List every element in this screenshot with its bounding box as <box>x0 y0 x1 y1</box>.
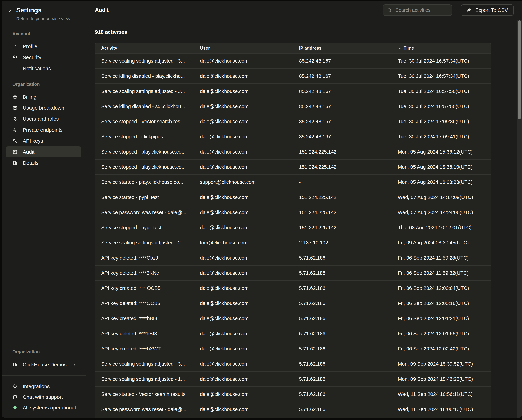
search-box <box>383 4 452 16</box>
ip-cell: 151.224.225.142 <box>293 149 392 155</box>
sidebar-nav: AccountProfileSecurityNotificationsOrgan… <box>2 31 86 169</box>
puzzle-icon <box>12 384 17 389</box>
column-header-time-label: Time <box>404 46 414 51</box>
table-row: Service scaling settings adjusted - 2...… <box>95 235 491 250</box>
scrollbar-thumb[interactable] <box>518 21 521 119</box>
column-header-user[interactable]: User <box>194 46 293 51</box>
back-button[interactable] <box>8 9 13 14</box>
time-cell: Fri, 09 Aug 2024 08:30:45(UTC) <box>392 240 491 246</box>
return-to-service-link[interactable]: Return to your service view <box>16 16 70 22</box>
table-row: Service password was reset - dale@...dal… <box>95 205 491 220</box>
time-cell: Tue, 30 Jul 2024 17:09:41(UTC) <box>392 134 491 140</box>
sidebar-item-details[interactable]: Details <box>6 157 81 169</box>
status-label: All systems operational <box>23 405 76 411</box>
sidebar-item-security[interactable]: Security <box>6 52 81 63</box>
ip-cell: 85.242.48.167 <box>293 88 392 94</box>
time-cell: Mon, 05 Aug 2024 15:36:12(UTC) <box>392 149 491 155</box>
table-row: API key deleted: ****2KNcdale@clickhouse… <box>95 265 491 280</box>
time-cell: Wed, 11 Sep 2024 18:06:16(UTC) <box>392 407 491 412</box>
org-switcher-block: Organization ClickHouse Demos <box>2 349 86 375</box>
ip-cell: - <box>293 179 392 185</box>
activity-cell: Service idling disabled - play.clickho..… <box>95 73 194 79</box>
time-cell: Fri, 06 Sep 2024 11:59:28(UTC) <box>392 255 491 261</box>
activity-cell: Service stopped - clickpipes <box>95 134 194 140</box>
ip-cell: 85.242.48.167 <box>293 119 392 124</box>
user-cell: support@clickhouse.com <box>194 179 293 185</box>
bell-icon <box>12 66 17 71</box>
section-label: Organization <box>2 82 86 87</box>
column-header-activity[interactable]: Activity <box>95 46 194 51</box>
activity-cell: Service password was reset - dale@... <box>95 210 194 215</box>
table-row: Service idling disabled - sql.clickhou..… <box>95 99 491 114</box>
user-cell: dale@clickhouse.com <box>194 210 293 215</box>
ip-cell: 151.224.225.142 <box>293 225 392 231</box>
ip-cell: 151.224.225.142 <box>293 164 392 170</box>
sidebar-item-label: Notifications <box>23 66 51 71</box>
export-csv-button[interactable]: Export To CSV <box>461 4 514 16</box>
user-cell: dale@clickhouse.com <box>194 134 293 140</box>
app-window: Settings Return to your service view Acc… <box>2 0 522 418</box>
time-cell: Tue, 30 Jul 2024 17:09:36(UTC) <box>392 119 491 124</box>
sidebar-item-usage-breakdown[interactable]: Usage breakdown <box>6 102 81 113</box>
time-cell: Tue, 30 Jul 2024 16:57:34(UTC) <box>392 73 491 79</box>
activity-cell: Service started - pypi_test <box>95 194 194 200</box>
chevron-left-icon <box>8 9 13 14</box>
building-icon <box>12 362 17 367</box>
settings-sidebar: Settings Return to your service view Acc… <box>2 0 86 418</box>
swap-arrows-icon <box>12 127 17 132</box>
time-cell: Fri, 06 Sep 2024 12:00:04(UTC) <box>392 285 491 291</box>
audit-table: Activity User IP address Time Service sc… <box>95 43 491 418</box>
ip-cell: 5.71.62.186 <box>293 361 392 367</box>
time-cell: Tue, 30 Jul 2024 16:57:50(UTC) <box>392 104 491 109</box>
activity-cell: Service scaling settings adjusted - 1... <box>95 376 194 382</box>
status-dot-icon <box>12 406 17 409</box>
table-row: Service scaling settings adjusted - 1...… <box>95 371 491 386</box>
sidebar-item-label: Chat with support <box>23 394 63 400</box>
sidebar-section-organization: OrganizationBillingUsage breakdownUsers … <box>2 82 86 169</box>
time-cell: Mon, 09 Sep 2024 15:39:52(UTC) <box>392 361 491 367</box>
sidebar-item-chat-with-support[interactable]: Chat with support <box>6 392 81 403</box>
time-cell: Wed, 07 Aug 2024 14:24:06(UTC) <box>392 210 491 215</box>
sidebar-title-block: Settings Return to your service view <box>16 7 70 22</box>
user-cell: dale@clickhouse.com <box>194 73 293 79</box>
table-row: API key created: ****bXWTdale@clickhouse… <box>95 341 491 356</box>
sidebar-item-users-and-roles[interactable]: Users and roles <box>6 113 81 124</box>
activities-count: 918 activities <box>95 29 522 35</box>
sidebar-item-label: Details <box>23 160 38 166</box>
user-cell: dale@clickhouse.com <box>194 119 293 124</box>
user-cell: dale@clickhouse.com <box>194 149 293 155</box>
chat-bubble-icon <box>12 395 17 400</box>
search-input[interactable] <box>395 7 448 13</box>
time-cell: Mon, 09 Sep 2024 15:46:23(UTC) <box>392 376 491 382</box>
sidebar-item-api-keys[interactable]: API keys <box>6 135 81 147</box>
sidebar-item-profile[interactable]: Profile <box>6 41 81 52</box>
activity-cell: API key deleted: ****CbzJ <box>95 255 194 261</box>
table-row: Service stopped - Vector search res...da… <box>95 114 491 129</box>
sidebar-item-audit[interactable]: Audit <box>6 147 81 157</box>
user-cell: dale@clickhouse.com <box>194 346 293 352</box>
sidebar-item-integrations[interactable]: Integrations <box>6 381 81 392</box>
system-status[interactable]: All systems operational <box>6 403 81 413</box>
column-header-ip[interactable]: IP address <box>293 46 392 51</box>
org-switcher[interactable]: ClickHouse Demos <box>6 359 81 370</box>
table-row: Service stopped - pypi_testdale@clickhou… <box>95 220 491 235</box>
search-icon <box>387 8 392 13</box>
key-icon <box>12 138 17 144</box>
ip-cell: 5.71.62.186 <box>293 346 392 352</box>
activity-cell: Service scaling settings adjusted - 2... <box>95 240 194 246</box>
table-row: Service stopped - clickpipesdale@clickho… <box>95 129 491 144</box>
chevron-right-icon <box>72 362 77 367</box>
sidebar-item-private-endpoints[interactable]: Private endpoints <box>6 124 81 135</box>
page-title: Settings <box>16 7 70 14</box>
ip-cell: 5.71.62.186 <box>293 407 392 412</box>
activity-cell: Service stopped - Vector search res... <box>95 119 194 124</box>
sidebar-item-billing[interactable]: Billing <box>6 91 81 102</box>
activity-cell: Service scaling settings adjusted - 3... <box>95 58 194 64</box>
scrollbar[interactable] <box>517 20 522 418</box>
activity-cell: API key deleted: ****2KNc <box>95 270 194 276</box>
sidebar-item-label: Private endpoints <box>23 127 63 133</box>
sidebar-item-label: API keys <box>23 138 43 144</box>
sidebar-item-notifications[interactable]: Notifications <box>6 63 81 74</box>
column-header-time[interactable]: Time <box>392 46 491 51</box>
audit-page-title: Audit <box>95 7 108 13</box>
